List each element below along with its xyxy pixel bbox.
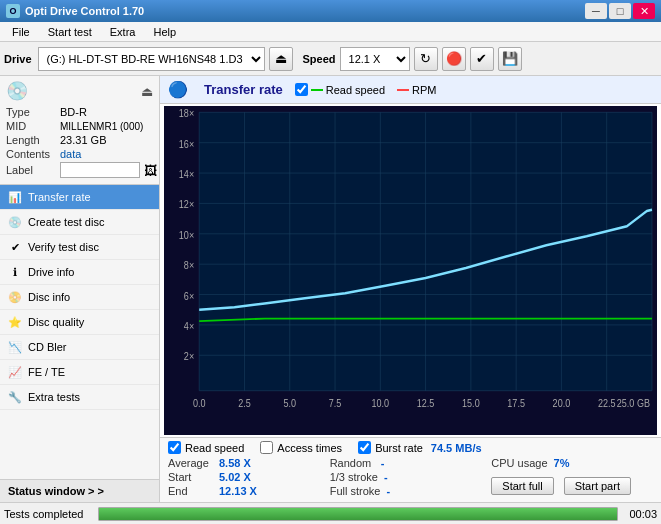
read-speed-checkbox[interactable] — [295, 83, 308, 96]
eject-button[interactable]: ⏏ — [269, 47, 293, 71]
menubar: File Start test Extra Help — [0, 22, 661, 42]
read-speed-cb-label: Read speed — [185, 442, 244, 454]
end-row: End 12.13 X — [168, 485, 330, 497]
verify-test-disc-label: Verify test disc — [28, 241, 99, 253]
start-part-button[interactable]: Start part — [564, 477, 631, 495]
read-speed-toggle[interactable] — [168, 441, 181, 454]
transfer-rate-icon: 📊 — [8, 190, 22, 204]
minimize-button[interactable]: ─ — [585, 3, 607, 19]
burn-button[interactable]: 🔴 — [442, 47, 466, 71]
stats-checkboxes: Read speed Access times Burst rate 74.5 … — [168, 441, 653, 454]
chart-area: 🔵 Transfer rate Read speed RPM — [160, 76, 661, 502]
status-window-button[interactable]: Status window > > — [0, 479, 159, 502]
svg-text:12×: 12× — [179, 199, 194, 211]
disc-eject-icon[interactable]: ⏏ — [141, 84, 153, 99]
disc-info-label: Disc info — [28, 291, 70, 303]
drive-select[interactable]: (G:) HL-DT-ST BD-RE WH16NS48 1.D3 — [38, 47, 265, 71]
average-label: Average — [168, 457, 213, 469]
length-value: 23.31 GB — [60, 134, 106, 146]
chart-svg: 18× 16× 14× 12× 10× 8× 6× 4× 2× 0.0 2.5 … — [164, 106, 657, 435]
stats-table: Average 8.58 X Start 5.02 X End 12.13 X … — [168, 457, 653, 499]
sidebar-item-fe-te[interactable]: 📈 FE / TE — [0, 360, 159, 385]
svg-text:6×: 6× — [184, 290, 194, 302]
status-text: Tests completed — [4, 508, 94, 520]
read-speed-legend-label: Read speed — [326, 84, 385, 96]
average-value: 8.58 X — [219, 457, 254, 469]
sidebar-item-cd-bler[interactable]: 📉 CD Bler — [0, 335, 159, 360]
drive-info-icon: ℹ — [8, 265, 22, 279]
svg-text:20.0: 20.0 — [553, 397, 571, 409]
sidebar-item-extra-tests[interactable]: 🔧 Extra tests — [0, 385, 159, 410]
legend-read-speed: Read speed — [295, 83, 385, 96]
save-button[interactable]: 💾 — [498, 47, 522, 71]
label-input[interactable] — [60, 162, 140, 178]
rpm-dot — [397, 89, 409, 91]
stroke13-value: - — [384, 471, 419, 483]
access-times-toggle[interactable] — [260, 441, 273, 454]
nav-items: 📊 Transfer rate 💿 Create test disc ✔ Ver… — [0, 185, 159, 479]
app-icon: O — [6, 4, 20, 18]
cd-bler-icon: 📉 — [8, 340, 22, 354]
transfer-rate-label: Transfer rate — [28, 191, 91, 203]
start-full-button[interactable]: Start full — [491, 477, 553, 495]
stroke13-row: 1/3 stroke - — [330, 471, 492, 483]
burst-rate-checkbox-label[interactable]: Burst rate 74.5 MB/s — [358, 441, 481, 454]
menu-file[interactable]: File — [4, 24, 38, 40]
sidebar-item-verify-test-disc[interactable]: ✔ Verify test disc — [0, 235, 159, 260]
app-title: Opti Drive Control 1.70 — [25, 5, 144, 17]
access-times-checkbox-label[interactable]: Access times — [260, 441, 342, 454]
menu-extra[interactable]: Extra — [102, 24, 144, 40]
chart-icon: 🔵 — [168, 80, 188, 99]
drive-info-label: Drive info — [28, 266, 74, 278]
drive-label: Drive — [4, 53, 32, 65]
start-buttons-row: Start full Start part — [491, 477, 653, 495]
sidebar-item-create-test-disc[interactable]: 💿 Create test disc — [0, 210, 159, 235]
disc-quality-icon: ⭐ — [8, 315, 22, 329]
burst-rate-toggle[interactable] — [358, 441, 371, 454]
svg-text:7.5: 7.5 — [329, 397, 342, 409]
sidebar-item-disc-quality[interactable]: ⭐ Disc quality — [0, 310, 159, 335]
refresh-button[interactable]: ↻ — [414, 47, 438, 71]
random-label: Random — [330, 457, 375, 469]
speed-select[interactable]: 12.1 X — [340, 47, 410, 71]
stats-col-3: CPU usage 7% Start full Start part — [491, 457, 653, 499]
verify-button[interactable]: ✔ — [470, 47, 494, 71]
svg-text:15.0: 15.0 — [462, 397, 480, 409]
maximize-button[interactable]: □ — [609, 3, 631, 19]
start-value: 5.02 X — [219, 471, 254, 483]
menu-start-test[interactable]: Start test — [40, 24, 100, 40]
close-button[interactable]: ✕ — [633, 3, 655, 19]
svg-text:10×: 10× — [179, 229, 194, 241]
disc-icon: 💿 — [6, 80, 28, 102]
svg-text:8×: 8× — [184, 259, 194, 271]
mid-value: MILLENMR1 (000) — [60, 121, 143, 132]
burst-rate-value: 74.5 MB/s — [431, 442, 482, 454]
end-value: 12.13 X — [219, 485, 257, 497]
legend-rpm: RPM — [397, 84, 436, 96]
stats-col-1: Average 8.58 X Start 5.02 X End 12.13 X — [168, 457, 330, 499]
menu-help[interactable]: Help — [145, 24, 184, 40]
sidebar-item-transfer-rate[interactable]: 📊 Transfer rate — [0, 185, 159, 210]
window-controls: ─ □ ✕ — [585, 3, 655, 19]
cpu-row: CPU usage 7% — [491, 457, 653, 469]
fe-te-label: FE / TE — [28, 366, 65, 378]
label-browse-icon[interactable]: 🖼 — [144, 163, 157, 178]
statusbar: Tests completed 00:03 — [0, 502, 661, 524]
verify-test-disc-icon: ✔ — [8, 240, 22, 254]
sidebar-item-drive-info[interactable]: ℹ Drive info — [0, 260, 159, 285]
svg-text:2×: 2× — [184, 350, 194, 362]
mid-label: MID — [6, 120, 56, 132]
read-speed-checkbox-label[interactable]: Read speed — [168, 441, 244, 454]
toolbar: Drive (G:) HL-DT-ST BD-RE WH16NS48 1.D3 … — [0, 42, 661, 76]
start-label: Start — [168, 471, 213, 483]
type-label: Type — [6, 106, 56, 118]
svg-text:17.5: 17.5 — [507, 397, 525, 409]
rpm-legend-label: RPM — [412, 84, 436, 96]
sidebar-item-disc-info[interactable]: 📀 Disc info — [0, 285, 159, 310]
status-time: 00:03 — [622, 508, 657, 520]
main-layout: 💿 ⏏ Type BD-R MID MILLENMR1 (000) Length… — [0, 76, 661, 502]
stats-col-2: Random - 1/3 stroke - Full stroke - — [330, 457, 492, 499]
titlebar: O Opti Drive Control 1.70 ─ □ ✕ — [0, 0, 661, 22]
length-label: Length — [6, 134, 56, 146]
average-row: Average 8.58 X — [168, 457, 330, 469]
